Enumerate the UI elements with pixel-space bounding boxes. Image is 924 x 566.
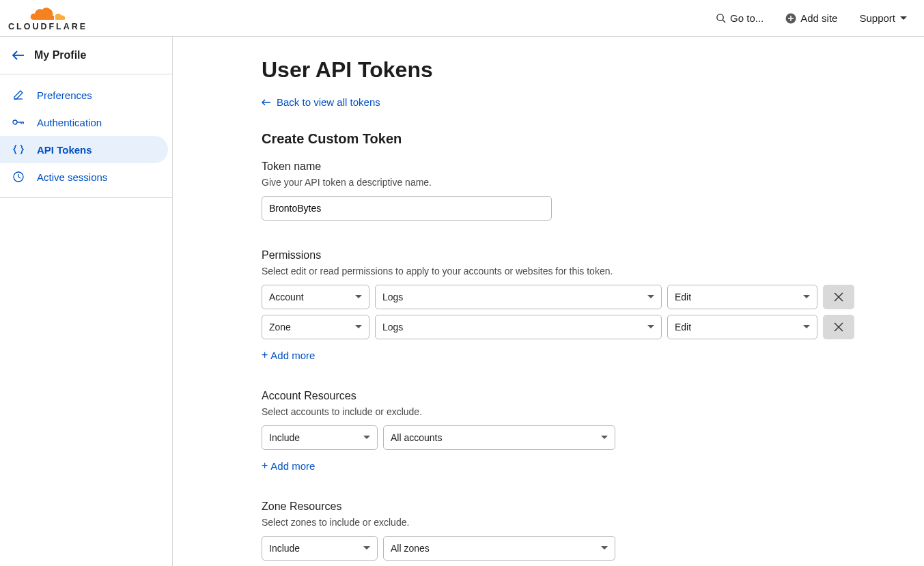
account-resource-row: Include All accounts <box>262 425 856 450</box>
account-mode-select[interactable]: Include <box>262 425 378 450</box>
support-dropdown[interactable]: Support <box>859 12 908 24</box>
cloudflare-cloud-icon <box>30 6 66 21</box>
caret-down-icon <box>803 295 810 299</box>
delete-permission-button[interactable] <box>823 285 854 309</box>
sidebar-item-preferences[interactable]: Preferences <box>0 81 172 109</box>
svg-line-1 <box>723 20 725 23</box>
sidebar-nav: Preferences Authentication <box>0 74 172 198</box>
sidebar-item-authentication[interactable]: Authentication <box>0 109 172 136</box>
zone-resources-label: Zone Resources <box>262 500 856 513</box>
account-value-select[interactable]: All accounts <box>383 425 615 450</box>
sidebar-item-label: Authentication <box>37 117 102 128</box>
account-resources-help: Select accounts to include or exclude. <box>262 406 856 417</box>
search-icon <box>716 13 726 23</box>
zone-resources-section: Zone Resources Select zones to include o… <box>262 500 856 566</box>
braces-icon <box>12 143 25 156</box>
select-value: Logs <box>382 292 403 302</box>
support-label: Support <box>859 12 895 24</box>
arrow-left-icon <box>262 98 271 107</box>
token-name-label: Token name <box>262 160 856 173</box>
permission-scope-select[interactable]: Account <box>262 285 369 309</box>
permission-resource-select[interactable]: Logs <box>375 315 662 339</box>
caret-down-icon <box>601 546 608 550</box>
caret-down-icon <box>647 325 654 329</box>
logo[interactable]: CLOUDFLARE <box>8 5 87 31</box>
token-name-section: Token name Give your API token a descrip… <box>262 160 856 221</box>
permissions-label: Permissions <box>262 249 856 261</box>
plus-circle-icon <box>785 13 796 24</box>
clock-icon <box>12 171 25 183</box>
goto-button[interactable]: Go to... <box>716 12 764 24</box>
plus-icon: + <box>262 459 268 472</box>
main-content: User API Tokens Back to view all tokens … <box>173 37 924 566</box>
goto-label: Go to... <box>730 12 764 24</box>
select-value: Zone <box>269 322 291 332</box>
caret-down-icon <box>363 546 370 550</box>
add-more-account-resources[interactable]: + Add more <box>262 459 315 472</box>
permission-level-select[interactable]: Edit <box>667 285 817 309</box>
select-value: Include <box>269 432 300 443</box>
caret-down-icon <box>803 325 810 329</box>
back-link-label: Back to view all tokens <box>277 96 380 108</box>
sidebar-item-label: Preferences <box>37 89 92 101</box>
plus-icon: + <box>262 349 268 361</box>
account-resources-section: Account Resources Select accounts to inc… <box>262 390 856 472</box>
sidebar-item-label: Active sessions <box>37 171 107 183</box>
sidebar-item-label: API Tokens <box>37 144 92 156</box>
caret-down-icon <box>355 295 362 299</box>
select-value: Logs <box>382 322 403 332</box>
zone-mode-select[interactable]: Include <box>262 536 378 561</box>
delete-permission-button[interactable] <box>823 315 854 339</box>
permission-level-select[interactable]: Edit <box>667 315 817 339</box>
caret-down-icon <box>355 325 362 329</box>
svg-point-7 <box>13 120 17 124</box>
caret-down-icon <box>647 295 654 299</box>
add-site-label: Add site <box>800 12 837 24</box>
permission-row: Zone Logs Edit <box>262 315 856 339</box>
select-value: Account <box>269 292 304 302</box>
logo-text: CLOUDFLARE <box>8 22 87 31</box>
sidebar: My Profile Preferences <box>0 37 173 566</box>
permissions-help: Select edit or read permissions to apply… <box>262 266 856 277</box>
select-value: Include <box>269 543 300 554</box>
caret-down-icon <box>601 436 608 440</box>
select-value: Edit <box>675 322 691 332</box>
add-more-label: Add more <box>270 460 315 472</box>
zone-value-select[interactable]: All zones <box>383 536 615 561</box>
permission-resource-select[interactable]: Logs <box>375 285 662 309</box>
back-link[interactable]: Back to view all tokens <box>262 96 380 108</box>
caret-down-icon <box>363 436 370 440</box>
account-resources-label: Account Resources <box>262 390 856 402</box>
add-more-label: Add more <box>270 350 315 361</box>
sidebar-title: My Profile <box>34 49 86 61</box>
zone-resource-row: Include All zones <box>262 536 856 561</box>
close-icon <box>834 292 843 302</box>
zone-resources-help: Select zones to include or exclude. <box>262 517 856 528</box>
sidebar-item-api-tokens[interactable]: API Tokens <box>0 136 168 163</box>
page-title: User API Tokens <box>262 57 856 83</box>
select-value: All accounts <box>391 432 442 443</box>
close-icon <box>834 322 843 332</box>
section-title: Create Custom Token <box>262 131 856 147</box>
token-name-input[interactable] <box>262 196 552 221</box>
token-name-help: Give your API token a descriptive name. <box>262 177 856 188</box>
permission-row: Account Logs Edit <box>262 285 856 309</box>
add-more-permissions[interactable]: + Add more <box>262 349 315 361</box>
permission-scope-select[interactable]: Zone <box>262 315 369 339</box>
permissions-section: Permissions Select edit or read permissi… <box>262 249 856 361</box>
svg-point-0 <box>717 14 723 20</box>
header-actions: Go to... Add site Support <box>716 12 908 24</box>
key-icon <box>12 116 25 128</box>
select-value: Edit <box>675 292 691 302</box>
sidebar-header: My Profile <box>0 37 172 74</box>
sidebar-item-active-sessions[interactable]: Active sessions <box>0 163 172 190</box>
back-arrow-icon[interactable] <box>12 51 25 60</box>
pencil-icon <box>12 89 25 101</box>
top-header: CLOUDFLARE Go to... Add site Support <box>0 0 924 37</box>
caret-down-icon <box>899 16 908 21</box>
select-value: All zones <box>391 543 430 554</box>
add-site-button[interactable]: Add site <box>785 12 837 24</box>
